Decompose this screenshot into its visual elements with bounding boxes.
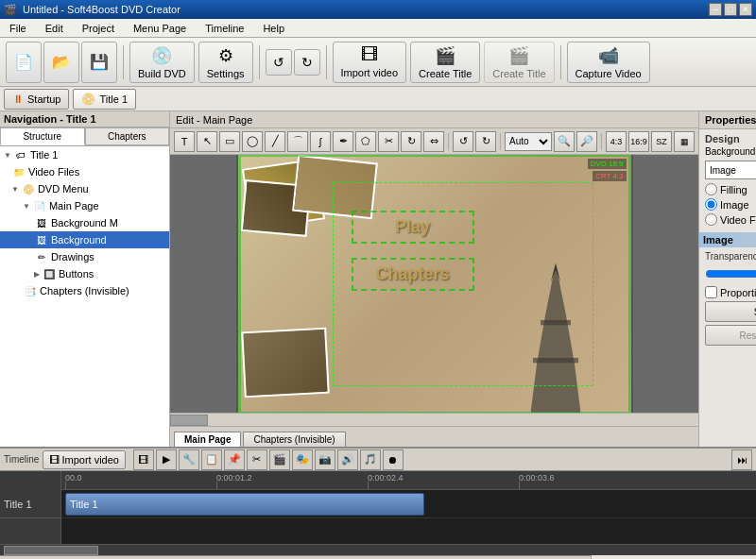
cut-tool[interactable]: ✂ <box>378 131 399 152</box>
tl-end-icon[interactable]: ⏭ <box>731 449 752 470</box>
restore-proportions-button[interactable]: Restore Proportions <box>705 325 756 346</box>
arc-tool[interactable]: ⌒ <box>287 131 308 152</box>
tl-tool-8[interactable]: 🎭 <box>292 449 313 470</box>
zoom-select[interactable]: Auto 50% 75% 100% <box>505 132 552 151</box>
tree-item-drawings[interactable]: ✏ Drawings <box>0 248 169 265</box>
startup-button[interactable]: ⏸ Startup <box>4 89 69 110</box>
ellipse-tool[interactable]: ◯ <box>242 131 263 152</box>
tl-tool-3[interactable]: 🔧 <box>179 449 199 470</box>
timeline-import-btn[interactable]: 🎞 Import video <box>43 450 126 469</box>
menu-file[interactable]: File <box>4 21 32 36</box>
select-tool[interactable]: ↖ <box>197 131 217 152</box>
tool-sep3 <box>601 133 602 150</box>
maximize-button[interactable]: □ <box>724 3 737 16</box>
tl-tool-12[interactable]: ⏺ <box>383 449 404 470</box>
create-title-button[interactable]: 🎬 Create Title <box>410 42 480 83</box>
timeline-scrollbar[interactable] <box>0 544 756 555</box>
bg-style-select[interactable]: Image Filling Video From File <box>705 161 756 179</box>
menu-edit[interactable]: Edit <box>40 21 69 36</box>
tl-tool-4[interactable]: 📋 <box>201 449 222 470</box>
clip-title1[interactable]: Title 1 <box>65 493 424 516</box>
tree-item-backgroundm[interactable]: 🖼 Background M <box>0 214 169 231</box>
buttons-icon: 🔲 <box>42 267 57 280</box>
tl-tool-7[interactable]: 🎬 <box>269 449 290 470</box>
undo-canvas[interactable]: ↺ <box>453 131 473 152</box>
import-video-button[interactable]: 🎞 Import video <box>333 42 407 83</box>
tree-item-chapters[interactable]: 📑 Chapters (Invisible) <box>0 282 169 299</box>
radio-image-input[interactable] <box>705 198 717 211</box>
build-dvd-button[interactable]: 💿 Build DVD <box>129 42 195 83</box>
tl-tool-5[interactable]: 📌 <box>224 449 245 470</box>
flip-tool[interactable]: ⇔ <box>423 131 444 152</box>
tab-structure[interactable]: Structure <box>0 127 85 145</box>
menu-timeline[interactable]: Timeline <box>199 21 249 36</box>
menu-help[interactable]: Help <box>257 21 290 36</box>
pen-tool[interactable]: ✒ <box>333 131 353 152</box>
tree-item-buttons[interactable]: ▶ 🔲 Buttons <box>0 265 169 282</box>
text-tool[interactable]: T <box>174 131 195 152</box>
settings-button[interactable]: ⚙ Settings <box>198 42 253 83</box>
dvd-label-2: CRT 4:3 <box>593 171 627 181</box>
tl-tool-11[interactable]: 🎵 <box>360 449 381 470</box>
dvd-preview[interactable]: Play Chapters DVD 16:9 CRT 4:3 <box>236 155 633 413</box>
tree-item-videofiles[interactable]: 📁 Video Files <box>0 163 169 180</box>
close-button[interactable]: ✕ <box>739 3 752 16</box>
svg-rect-3 <box>533 358 578 363</box>
proportion-checkbox[interactable] <box>705 286 717 298</box>
select-image-button[interactable]: Select Image <box>705 301 756 322</box>
canvas-scroll-h[interactable] <box>170 413 698 426</box>
redo-button[interactable]: ↻ <box>294 49 320 76</box>
tree-item-background[interactable]: 🖼 Background <box>0 231 169 248</box>
zoom-out[interactable]: 🔍 <box>554 131 575 152</box>
tree-item-mainpage[interactable]: ▼ 📄 Main Page <box>0 197 169 214</box>
radio-video[interactable]: Video From File <box>705 213 756 226</box>
ruler-mark-3: 0:00:03.6 <box>519 473 555 483</box>
scroll-thumb[interactable] <box>4 546 98 555</box>
zoom-in[interactable]: 🔎 <box>576 131 597 152</box>
rotate-tool[interactable]: ↻ <box>401 131 421 152</box>
expand-icon-3: ▼ <box>23 202 30 211</box>
transparency-slider[interactable] <box>705 267 756 280</box>
grid[interactable]: ▦ <box>674 131 695 152</box>
new-button[interactable]: 📄 <box>6 42 42 83</box>
tl-tool-1[interactable]: 🎞 <box>133 449 154 470</box>
create-title2-button[interactable]: 🎬 Create Title <box>484 42 554 83</box>
title1-button[interactable]: 📀 Title 1 <box>73 89 136 110</box>
tl-tool-6[interactable]: ✂ <box>247 449 267 470</box>
tree-item-title1[interactable]: ▼ 🏷 Title 1 <box>0 146 169 163</box>
tab-main-page[interactable]: Main Page <box>174 432 241 447</box>
capture-video-button[interactable]: 📹 Capture Video <box>567 42 650 83</box>
wide-ratio[interactable]: 16:9 <box>628 131 649 152</box>
bottom-bar: Timeline Menu Styles Page Layouts Brushe… <box>0 555 756 559</box>
radio-video-input[interactable] <box>705 213 717 226</box>
tl-tool-9[interactable]: 📷 <box>315 449 335 470</box>
aspect-ratio[interactable]: 4:3 <box>606 131 627 152</box>
radio-image[interactable]: Image <box>705 198 756 211</box>
menu-menupage[interactable]: Menu Page <box>128 21 192 36</box>
tl-tool-2[interactable]: ▶ <box>156 449 177 470</box>
poly-tool[interactable]: ⬠ <box>355 131 376 152</box>
timeline-tracks[interactable]: 00.0 0:00:01.2 0:00:02.4 0:00:03.6 Title… <box>61 471 756 544</box>
save-button[interactable]: 💾 <box>81 42 117 83</box>
tab-chapters-invisible[interactable]: Chapters (Invisible) <box>243 432 345 447</box>
tl-tool-10[interactable]: 🔊 <box>337 449 358 470</box>
undo-redo: ↺ ↻ <box>266 49 320 76</box>
safe-zone[interactable]: SZ <box>651 131 672 152</box>
line-tool[interactable]: ╱ <box>265 131 285 152</box>
svg-marker-0 <box>530 263 580 414</box>
menu-project[interactable]: Project <box>77 21 120 36</box>
open-button[interactable]: 📂 <box>43 42 79 83</box>
tree-item-dvdmenu[interactable]: ▼ 📀 DVD Menu <box>0 180 169 197</box>
radio-filling[interactable]: Filling <box>705 183 756 195</box>
rect-tool[interactable]: ▭ <box>219 131 240 152</box>
curve-tool[interactable]: ∫ <box>310 131 331 152</box>
title-bar: 🎬 Untitled - Soft4Boost DVD Creator ─ □ … <box>0 0 756 19</box>
toolbar: 📄 📂 💾 💿 Build DVD ⚙ Settings ↺ ↻ 🎞 Impor… <box>0 38 756 87</box>
radio-filling-input[interactable] <box>705 183 717 195</box>
redo-canvas[interactable]: ↻ <box>475 131 496 152</box>
minimize-button[interactable]: ─ <box>709 3 722 16</box>
track-title1[interactable]: Title 1 <box>61 490 756 518</box>
undo-button[interactable]: ↺ <box>266 49 292 76</box>
tab-chapters[interactable]: Chapters <box>85 127 170 145</box>
timeline-header: Timeline 🎞 Import video 🎞 ▶ 🔧 📋 📌 ✂ 🎬 🎭 … <box>0 449 756 471</box>
